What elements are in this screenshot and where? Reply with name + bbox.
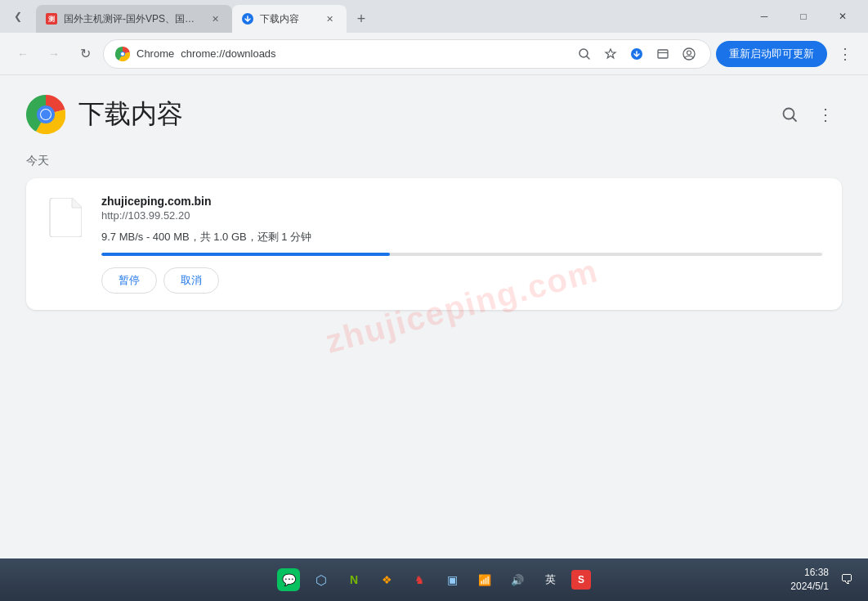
section-today-label: 今天 xyxy=(26,154,842,168)
svg-point-11 xyxy=(687,51,691,55)
tab-2[interactable]: 下载内容 ✕ xyxy=(232,5,347,33)
close-button[interactable]: ✕ xyxy=(824,3,861,29)
taskbar-monitor-icon[interactable]: ▣ xyxy=(441,568,463,591)
taskbar-app4-icon[interactable]: ❖ xyxy=(375,568,398,591)
download-progress-bar xyxy=(101,253,822,256)
tab-1[interactable]: 测 国外主机测评-国外VPS、国外... ✕ xyxy=(36,5,232,33)
address-tab-icon[interactable] xyxy=(653,44,673,64)
tab-1-close[interactable]: ✕ xyxy=(208,11,222,26)
svg-point-15 xyxy=(41,110,51,119)
tab-1-favicon: 测 xyxy=(46,13,57,25)
taskbar-notification-icon[interactable]: 🗨 xyxy=(835,568,858,591)
tabs-area: 测 国外主机测评-国外VPS、国外... ✕ 下载内容 ✕ + xyxy=(29,0,745,33)
titlebar: ❮ 测 国外主机测评-国外VPS、国外... ✕ 下载内容 ✕ + ─ □ xyxy=(0,0,868,33)
tab-2-close[interactable]: ✕ xyxy=(322,11,337,26)
address-profile-icon[interactable] xyxy=(679,44,699,64)
file-icon-wrap xyxy=(46,198,85,237)
address-url-text: chrome://downloads xyxy=(181,47,568,60)
titlebar-left: ❮ xyxy=(7,5,29,28)
address-bar[interactable]: Chrome chrome://downloads xyxy=(103,39,711,69)
chrome-logo-small-icon xyxy=(115,47,130,61)
file-icon xyxy=(49,198,82,237)
cancel-button[interactable]: 取消 xyxy=(163,267,219,294)
back-button[interactable]: ← xyxy=(10,41,36,67)
taskbar-lang-label: 英 xyxy=(545,572,556,587)
downloads-page: zhujiceping.com 下载内容 xyxy=(0,75,868,558)
download-filename: zhujiceping.com.bin xyxy=(101,195,822,208)
chrome-brand-label: Chrome xyxy=(136,47,174,60)
notification-symbol: 🗨 xyxy=(840,572,853,587)
page-more-icon: ⋮ xyxy=(817,105,834,124)
toolbar-more-button[interactable]: ⋮ xyxy=(832,41,858,67)
tab-1-label: 国外主机测评-国外VPS、国外... xyxy=(64,12,201,26)
taskbar-right: 16:38 2024/5/1 🗨 xyxy=(790,566,858,594)
download-progress-fill xyxy=(101,253,390,256)
download-actions: 暂停 取消 xyxy=(101,267,822,294)
tab-2-label: 下载内容 xyxy=(260,12,315,26)
taskbar: 💬 ⬡ N ❖ ♞ ▣ 📶 🔊 英 S 16:38 2024/5/1 🗨 xyxy=(0,558,868,601)
window-controls: ─ □ ✕ xyxy=(745,3,861,29)
restore-button[interactable]: □ xyxy=(785,3,822,29)
download-status: 9.7 MB/s - 400 MB，共 1.0 GB，还剩 1 分钟 xyxy=(101,230,822,244)
download-card: zhujiceping.com.bin http://103.99.52.20 … xyxy=(26,178,842,310)
svg-line-6 xyxy=(587,56,590,59)
page-more-button[interactable]: ⋮ xyxy=(809,98,842,131)
toolbar: ← → ↻ Chrome chrome://downloads xyxy=(0,33,868,75)
address-star-icon[interactable] xyxy=(601,44,620,64)
page-search-button[interactable] xyxy=(773,98,806,131)
address-search-icon[interactable] xyxy=(575,44,594,64)
taskbar-clock: 16:38 2024/5/1 xyxy=(790,566,829,594)
taskbar-date: 2024/5/1 xyxy=(790,580,829,594)
reload-button[interactable]: ↻ xyxy=(72,41,98,67)
svg-rect-8 xyxy=(658,50,668,58)
taskbar-bluetooth-icon[interactable]: ⬡ xyxy=(310,568,333,591)
pause-button[interactable]: 暂停 xyxy=(101,267,157,294)
update-restart-button[interactable]: 重新启动即可更新 xyxy=(716,41,827,67)
page-title-area: 下载内容 xyxy=(26,95,183,134)
taskbar-time: 16:38 xyxy=(790,566,829,580)
download-info: zhujiceping.com.bin http://103.99.52.20 … xyxy=(101,195,822,294)
taskbar-wifi-icon[interactable]: 📶 xyxy=(473,568,496,591)
svg-point-4 xyxy=(121,52,124,56)
taskbar-antivirus-icon[interactable]: S xyxy=(571,570,591,590)
taskbar-volume-icon[interactable]: 🔊 xyxy=(506,568,529,591)
page-title: 下载内容 xyxy=(78,96,183,132)
new-tab-button[interactable]: + xyxy=(350,7,373,30)
page-search-icon xyxy=(781,106,798,123)
chrome-logo-big-icon xyxy=(26,95,65,134)
minimize-button[interactable]: ─ xyxy=(745,3,783,29)
forward-button[interactable]: → xyxy=(41,41,67,67)
taskbar-app5-icon[interactable]: ♞ xyxy=(408,568,431,591)
download-url: http://103.99.52.20 xyxy=(101,209,822,222)
svg-line-17 xyxy=(793,118,797,122)
taskbar-lang-icon[interactable]: 英 xyxy=(539,568,562,591)
taskbar-wechat-icon[interactable]: 💬 xyxy=(277,568,300,591)
tab-2-favicon xyxy=(242,13,253,25)
address-download-icon[interactable] xyxy=(627,44,647,64)
page-actions: ⋮ xyxy=(773,98,842,131)
tab-list-chevron[interactable]: ❮ xyxy=(7,5,29,28)
taskbar-nvidia-icon[interactable]: N xyxy=(342,568,365,591)
page-header: 下载内容 ⋮ xyxy=(26,95,842,134)
